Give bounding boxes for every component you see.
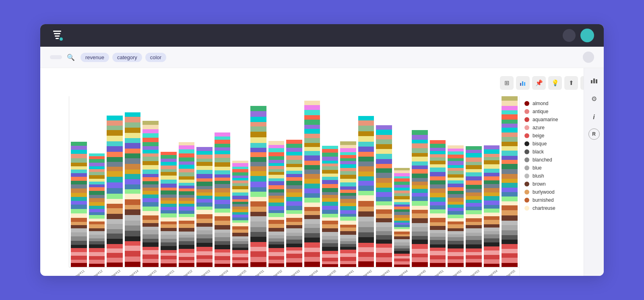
toolbar-table-btn[interactable]: ⊞ — [500, 76, 514, 90]
bar-segment — [502, 174, 518, 179]
bar-segment — [89, 260, 105, 264]
bar-segment — [376, 178, 392, 183]
bar-segment — [484, 188, 500, 192]
bar-segment — [250, 237, 266, 242]
bar-segment — [232, 217, 248, 220]
side-r-btn[interactable]: R — [588, 128, 600, 140]
side-info-btn[interactable]: i — [587, 110, 601, 124]
bar-segment — [286, 254, 302, 258]
bar-segment — [448, 259, 464, 263]
bar-segment — [268, 203, 285, 206]
bar-segment — [466, 252, 482, 255]
toolbar-chart-btn[interactable] — [516, 76, 530, 90]
bar-segment — [286, 171, 302, 174]
bar-segment — [340, 206, 356, 210]
search-pill-category[interactable]: category — [112, 53, 142, 62]
bar-segment — [448, 191, 464, 194]
user-avatar[interactable] — [580, 29, 594, 42]
bar-segment — [107, 152, 123, 157]
bar-segment — [268, 199, 285, 203]
bar-segment — [125, 164, 141, 170]
legend-panel: almondantiqueaquamarineazurebeigebisqueb… — [519, 96, 584, 276]
bar-segment — [89, 219, 105, 221]
bar-group: mgr#44 — [394, 168, 410, 267]
bar-segment — [358, 257, 374, 261]
bar-segment — [232, 209, 248, 212]
bar-segment — [466, 240, 482, 244]
bar-segment — [71, 218, 87, 222]
bar-segment — [71, 158, 87, 163]
bar-segment — [107, 194, 123, 199]
bar-segment — [448, 215, 464, 218]
bar-segment — [502, 164, 518, 169]
search-pill-revenue[interactable]: revenue — [80, 53, 109, 62]
bar-group: mgr#14 — [125, 112, 141, 267]
bar-segment — [448, 237, 464, 241]
side-settings-btn[interactable]: ⚙ — [587, 91, 601, 106]
legend-label: almond — [533, 101, 548, 106]
legend-color-dot — [524, 133, 529, 138]
bar-segment — [448, 151, 464, 155]
bar-segment — [322, 243, 338, 247]
bar-segment — [107, 146, 123, 152]
bar-segment — [142, 223, 159, 227]
bar-segment — [89, 169, 105, 172]
bar-segment — [430, 168, 446, 172]
bar-segment — [107, 126, 123, 130]
search-close-button[interactable] — [583, 52, 594, 63]
bar-segment — [358, 116, 374, 120]
bar-segment — [89, 256, 105, 260]
bar-segment — [232, 169, 248, 172]
toolbar-pin-btn[interactable]: 📌 — [532, 76, 546, 90]
bar-segment — [250, 262, 266, 267]
bar-segment — [286, 144, 302, 148]
bar-segment — [304, 252, 320, 257]
bar-segment — [322, 217, 338, 221]
bar-segment — [394, 196, 410, 199]
toolbar-insight-btn[interactable]: 💡 — [548, 76, 562, 90]
bar-segment — [430, 251, 446, 255]
bar-segment — [161, 172, 177, 176]
side-chart-btn[interactable] — [587, 73, 601, 87]
bar-segment — [376, 144, 392, 149]
bar-segment — [304, 170, 320, 174]
bar-segment — [502, 244, 518, 249]
bar-segment — [502, 160, 518, 164]
legend-label: blue — [533, 165, 542, 171]
bar-segment — [448, 145, 464, 149]
bar-segment — [412, 218, 428, 223]
bar-segment — [71, 209, 87, 213]
bar-segment — [340, 190, 356, 193]
bar-segment — [412, 161, 428, 166]
bar-segment — [340, 231, 356, 235]
bar-segment — [71, 184, 87, 188]
bar-segment — [322, 261, 338, 264]
bar-segment — [268, 256, 285, 260]
source-badge[interactable] — [50, 55, 62, 59]
search-pill-color[interactable]: color — [145, 53, 166, 62]
bar-segment — [448, 234, 464, 237]
bar-segment — [304, 105, 320, 110]
bar-segment — [196, 151, 213, 155]
bar-segment — [179, 145, 195, 149]
bar-segment — [466, 244, 482, 248]
bar-segment — [268, 210, 285, 213]
bar-segment — [322, 174, 338, 177]
bar-segment — [502, 192, 518, 197]
bar-segment — [502, 114, 518, 120]
toolbar-share-btn[interactable]: ⬆ — [564, 76, 578, 90]
bar-segment — [268, 196, 285, 199]
bar-segment — [161, 204, 177, 207]
help-button[interactable] — [563, 29, 576, 42]
bar-segment — [179, 257, 195, 260]
bar-segment — [358, 120, 374, 126]
bar-segment — [322, 161, 338, 163]
bar-segment — [430, 172, 446, 176]
bar-group: mgr#54 — [484, 145, 500, 267]
bar-segment — [376, 125, 392, 130]
bar-segment — [430, 161, 446, 164]
bar-segment — [71, 222, 87, 225]
bar-segment — [304, 174, 320, 179]
bar-segment — [502, 263, 518, 267]
bar-segment — [142, 174, 159, 177]
